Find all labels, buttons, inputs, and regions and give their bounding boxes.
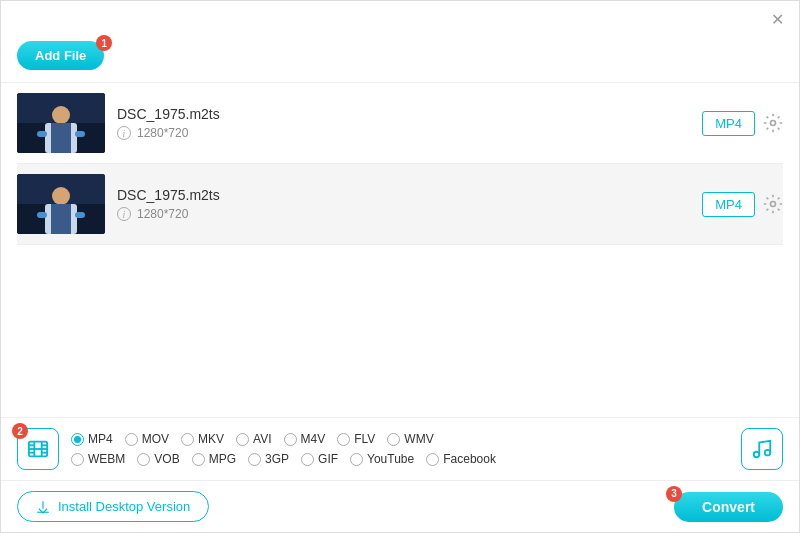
svg-rect-6 [75,131,85,137]
format-label-mov: MOV [142,432,169,446]
svg-rect-4 [51,123,71,153]
install-button[interactable]: Install Desktop Version [17,491,209,522]
format-option-3gp[interactable]: 3GP [248,452,289,466]
format-option-youtube[interactable]: YouTube [350,452,414,466]
add-file-label: Add File [35,48,86,63]
format-option-gif[interactable]: GIF [301,452,338,466]
format-option-vob[interactable]: VOB [137,452,179,466]
table-row: DSC_1975.m2ts i 1280*720 MP4 [17,83,783,164]
format-label-m4v: M4V [301,432,326,446]
format-option-facebook[interactable]: Facebook [426,452,496,466]
format-option-mp4[interactable]: MP4 [71,432,113,446]
footer-bar: Install Desktop Version 3 Convert [1,481,799,532]
format-option-flv[interactable]: FLV [337,432,375,446]
radio-m4v [284,433,297,446]
radio-mov [125,433,138,446]
format-option-avi[interactable]: AVI [236,432,271,446]
format-option-mov[interactable]: MOV [125,432,169,446]
svg-point-2 [52,106,70,124]
bottom-panel: 2 MP4 MOV [1,417,799,532]
file-resolution: 1280*720 [137,126,188,140]
radio-avi [236,433,249,446]
format-label-gif: GIF [318,452,338,466]
svg-rect-14 [75,212,85,218]
file-meta: i 1280*720 [117,207,690,221]
radio-mkv [181,433,194,446]
radio-mp4 [71,433,84,446]
table-row: DSC_1975.m2ts i 1280*720 MP4 [17,164,783,245]
format-label-flv: FLV [354,432,375,446]
radio-mpg [192,453,205,466]
format-label-wmv: WMV [404,432,433,446]
format-label-mp4: MP4 [88,432,113,446]
convert-label: Convert [702,499,755,515]
download-icon [36,500,50,514]
format-option-mkv[interactable]: MKV [181,432,224,446]
radio-wmv [387,433,400,446]
file-actions: MP4 [702,111,783,136]
file-meta: i 1280*720 [117,126,690,140]
format-label-3gp: 3GP [265,452,289,466]
format-label-mkv: MKV [198,432,224,446]
svg-point-24 [754,452,760,458]
format-option-mpg[interactable]: MPG [192,452,236,466]
svg-rect-13 [37,212,47,218]
format-label-webm: WEBM [88,452,125,466]
file-thumbnail [17,93,105,153]
radio-vob [137,453,150,466]
info-icon[interactable]: i [117,207,131,221]
file-name: DSC_1975.m2ts [117,106,690,122]
title-bar: ✕ [1,1,799,37]
toolbar: Add File 1 [1,37,799,82]
file-actions: MP4 [702,192,783,217]
close-button[interactable]: ✕ [767,9,787,29]
svg-rect-5 [37,131,47,137]
format-option-webm[interactable]: WEBM [71,452,125,466]
radio-webm [71,453,84,466]
file-name: DSC_1975.m2ts [117,187,690,203]
format-label-facebook: Facebook [443,452,496,466]
format-option-m4v[interactable]: M4V [284,432,326,446]
audio-format-icon-button[interactable] [741,428,783,470]
radio-flv [337,433,350,446]
radio-gif [301,453,314,466]
convert-button[interactable]: 3 Convert [674,492,783,522]
svg-point-7 [771,121,776,126]
convert-badge: 3 [666,486,682,502]
file-info: DSC_1975.m2ts i 1280*720 [105,106,702,140]
file-info: DSC_1975.m2ts i 1280*720 [105,187,702,221]
radio-facebook [426,453,439,466]
file-resolution: 1280*720 [137,207,188,221]
file-list: DSC_1975.m2ts i 1280*720 MP4 [1,82,799,245]
settings-button[interactable] [763,194,783,214]
format-label-vob: VOB [154,452,179,466]
info-icon[interactable]: i [117,126,131,140]
svg-point-10 [52,187,70,205]
svg-point-15 [771,202,776,207]
svg-rect-12 [51,204,71,234]
radio-3gp [248,453,261,466]
format-label-youtube: YouTube [367,452,414,466]
svg-point-25 [765,450,771,456]
add-file-badge: 1 [96,35,112,51]
file-thumbnail [17,174,105,234]
video-format-icon-button[interactable]: 2 [17,428,59,470]
format-badge: 2 [12,423,28,439]
format-label-mpg: MPG [209,452,236,466]
format-button[interactable]: MP4 [702,192,755,217]
install-label: Install Desktop Version [58,499,190,514]
add-file-button[interactable]: Add File 1 [17,41,104,70]
format-button[interactable]: MP4 [702,111,755,136]
settings-button[interactable] [763,113,783,133]
radio-youtube [350,453,363,466]
format-label-avi: AVI [253,432,271,446]
format-bar: 2 MP4 MOV [1,418,799,481]
format-option-wmv[interactable]: WMV [387,432,433,446]
